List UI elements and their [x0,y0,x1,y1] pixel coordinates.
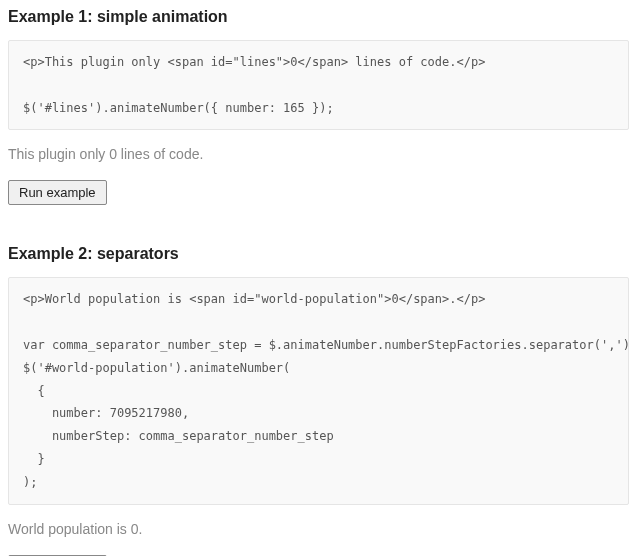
example-2-heading: Example 2: separators [8,245,629,263]
example-2-section: Example 2: separators <p>World populatio… [8,245,629,556]
run-example-1-button[interactable]: Run example [8,180,107,205]
example-1-section: Example 1: simple animation <p>This plug… [8,8,629,205]
example-2-result: World population is 0. [8,521,629,537]
example-2-code: <p>World population is <span id="world-p… [8,277,629,504]
example-1-code: <p>This plugin only <span id="lines">0</… [8,40,629,130]
example-1-heading: Example 1: simple animation [8,8,629,26]
example-1-result: This plugin only 0 lines of code. [8,146,629,162]
